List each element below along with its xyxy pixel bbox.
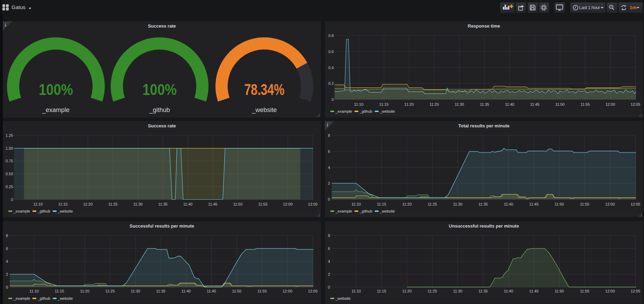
svg-text:11:20: 11:20 bbox=[83, 202, 93, 206]
svg-text:11:15: 11:15 bbox=[55, 289, 64, 293]
svg-text:0.2: 0.2 bbox=[328, 81, 334, 86]
svg-text:8: 8 bbox=[6, 233, 8, 238]
svg-text:11:45: 11:45 bbox=[530, 102, 540, 106]
svg-text:11:20: 11:20 bbox=[80, 289, 89, 293]
svg-text:0.8: 0.8 bbox=[328, 34, 334, 38]
svg-text:11:25: 11:25 bbox=[430, 102, 439, 106]
svg-text:11:35: 11:35 bbox=[478, 289, 488, 293]
svg-text:6: 6 bbox=[328, 149, 330, 154]
svg-text:11:30: 11:30 bbox=[131, 289, 140, 293]
svg-text:0: 0 bbox=[328, 285, 330, 289]
svg-text:11:30: 11:30 bbox=[453, 202, 462, 206]
svg-text:0.25: 0.25 bbox=[6, 185, 13, 189]
svg-text:0.4: 0.4 bbox=[328, 66, 334, 70]
svg-text:11:10: 11:10 bbox=[351, 202, 361, 206]
svg-text:4: 4 bbox=[328, 259, 330, 264]
svg-text:12:05: 12:05 bbox=[308, 202, 318, 206]
svg-text:11:20: 11:20 bbox=[402, 202, 412, 206]
svg-text:0.6: 0.6 bbox=[328, 50, 334, 54]
svg-text:78.34%: 78.34% bbox=[244, 81, 284, 98]
svg-text:6: 6 bbox=[6, 246, 8, 251]
svg-text:11:50: 11:50 bbox=[555, 289, 564, 293]
svg-text:8: 8 bbox=[328, 133, 330, 138]
svg-text:_example: _example bbox=[42, 106, 69, 114]
svg-text:11:15: 11:15 bbox=[379, 102, 389, 106]
svg-text:2: 2 bbox=[328, 181, 330, 185]
svg-text:1.25: 1.25 bbox=[6, 133, 13, 138]
svg-text:11:50: 11:50 bbox=[555, 102, 565, 106]
svg-text:11:55: 11:55 bbox=[580, 202, 590, 206]
svg-text:11:20: 11:20 bbox=[404, 102, 414, 106]
svg-text:2: 2 bbox=[6, 272, 8, 276]
svg-text:4: 4 bbox=[6, 259, 8, 264]
svg-text:11:10: 11:10 bbox=[29, 289, 39, 293]
svg-text:11:55: 11:55 bbox=[580, 289, 590, 293]
svg-text:12:05: 12:05 bbox=[631, 202, 641, 206]
svg-text:11:35: 11:35 bbox=[158, 202, 168, 206]
svg-text:11:45: 11:45 bbox=[529, 289, 539, 293]
svg-text:0: 0 bbox=[328, 197, 330, 201]
svg-text:11:25: 11:25 bbox=[105, 289, 115, 293]
svg-text:11:40: 11:40 bbox=[504, 289, 513, 293]
svg-text:1.00: 1.00 bbox=[6, 146, 13, 150]
svg-text:11:50: 11:50 bbox=[555, 202, 564, 206]
svg-text:_website: _website bbox=[251, 106, 277, 114]
svg-text:11:40: 11:40 bbox=[505, 102, 514, 106]
svg-text:11:10: 11:10 bbox=[354, 102, 364, 106]
svg-text:11:50: 11:50 bbox=[232, 289, 242, 293]
svg-text:2: 2 bbox=[328, 272, 330, 276]
svg-text:12:05: 12:05 bbox=[631, 102, 641, 106]
svg-text:11:30: 11:30 bbox=[453, 289, 462, 293]
svg-text:4: 4 bbox=[328, 165, 330, 170]
svg-text:11:25: 11:25 bbox=[108, 202, 118, 206]
svg-text:11:15: 11:15 bbox=[377, 289, 386, 293]
svg-text:11:10: 11:10 bbox=[351, 289, 361, 293]
svg-text:11:40: 11:40 bbox=[504, 202, 513, 206]
svg-text:11:25: 11:25 bbox=[428, 289, 437, 293]
svg-text:12:00: 12:00 bbox=[283, 202, 293, 206]
svg-text:11:10: 11:10 bbox=[33, 202, 43, 206]
svg-text:12:05: 12:05 bbox=[631, 289, 641, 293]
svg-text:11:15: 11:15 bbox=[58, 202, 68, 206]
svg-text:11:15: 11:15 bbox=[377, 202, 386, 206]
svg-text:0.50: 0.50 bbox=[6, 172, 13, 176]
svg-text:12:00: 12:00 bbox=[605, 289, 615, 293]
svg-text:11:55: 11:55 bbox=[257, 289, 267, 293]
svg-text:11:40: 11:40 bbox=[182, 289, 191, 293]
svg-text:0: 0 bbox=[6, 285, 8, 289]
svg-text:11:30: 11:30 bbox=[133, 202, 142, 206]
svg-text:100%: 100% bbox=[39, 81, 73, 98]
svg-text:0: 0 bbox=[331, 97, 334, 102]
svg-text:6: 6 bbox=[328, 246, 330, 251]
svg-text:11:40: 11:40 bbox=[183, 202, 193, 206]
svg-text:11:50: 11:50 bbox=[233, 202, 243, 206]
svg-text:11:55: 11:55 bbox=[258, 202, 268, 206]
svg-text:12:00: 12:00 bbox=[283, 289, 292, 293]
svg-text:11:35: 11:35 bbox=[480, 102, 489, 106]
svg-text:12:00: 12:00 bbox=[606, 102, 615, 106]
svg-text:100%: 100% bbox=[142, 81, 177, 98]
svg-text:_github: _github bbox=[149, 106, 170, 114]
svg-text:11:45: 11:45 bbox=[529, 202, 539, 206]
svg-text:11:30: 11:30 bbox=[455, 102, 464, 106]
svg-text:0.75: 0.75 bbox=[6, 159, 13, 163]
svg-text:12:00: 12:00 bbox=[605, 202, 615, 206]
svg-text:11:55: 11:55 bbox=[580, 102, 590, 106]
svg-text:11:35: 11:35 bbox=[478, 202, 488, 206]
svg-text:11:45: 11:45 bbox=[207, 289, 216, 293]
svg-text:11:20: 11:20 bbox=[402, 289, 412, 293]
svg-text:8: 8 bbox=[328, 233, 330, 238]
svg-text:0: 0 bbox=[11, 198, 13, 202]
svg-text:11:35: 11:35 bbox=[156, 289, 166, 293]
svg-text:12:05: 12:05 bbox=[308, 289, 318, 293]
svg-text:11:45: 11:45 bbox=[208, 202, 218, 206]
svg-text:11:25: 11:25 bbox=[428, 202, 437, 206]
